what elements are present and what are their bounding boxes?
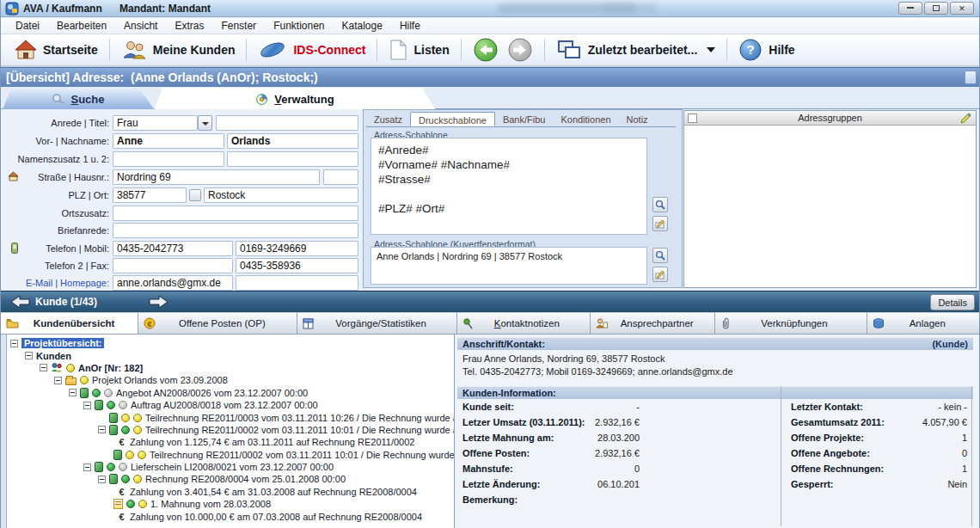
tab-suche[interactable]: Suche [3, 89, 154, 109]
tree-item-anor[interactable]: AnOr [Nr: 182] [7, 362, 454, 374]
tab-anlagen[interactable]: Anlagen [867, 312, 979, 334]
menu-item-hilfe[interactable]: Hilfe [392, 19, 428, 33]
mobil-input[interactable] [236, 241, 358, 256]
menu-item-datei[interactable]: Datei [8, 19, 47, 33]
tree-item-auftrag[interactable]: Auftrag AU2008/0018 vom 23.12.2007 00:00 [7, 399, 454, 411]
close-icon: ✕ [959, 4, 965, 13]
edit-pencil-icon[interactable] [959, 112, 972, 125]
telefon-input[interactable] [113, 241, 233, 256]
tab-bank-fibu[interactable]: Bank/Fibu [495, 112, 554, 126]
tree-item-teilrechnung[interactable]: Teilrechnung RE2011/0002 vom 03.11.2011 … [7, 424, 454, 436]
zuletzt-bearbeitet-button[interactable]: Zuletzt bearbeitet... [548, 36, 725, 64]
contact-person-icon [596, 318, 608, 328]
telefon2-input[interactable] [113, 258, 233, 273]
tab-konditionen[interactable]: Konditionen [553, 112, 618, 126]
kuvert-preview-button[interactable] [652, 248, 668, 263]
header-end-button[interactable] [965, 71, 977, 84]
ort-input[interactable] [204, 187, 358, 203]
status-dot-gray [104, 389, 113, 397]
tree-item-zahlung[interactable]: € Zahlung von 1.125,74 € am 03.11.2011 a… [7, 436, 454, 448]
tree-item-angebot[interactable]: Angebot AN2008/0026 vom 23.12.2007 00:00 [7, 387, 454, 399]
adressgruppen-list[interactable] [684, 126, 976, 287]
kuvert-schablone-box[interactable]: Anne Orlands | Nordring 69 | 38577 Rosto… [371, 247, 647, 285]
tree-item-lieferschein[interactable]: Lieferschein LI2008/0021 vom 23.12.2007 … [7, 461, 454, 473]
startseite-button[interactable]: Startseite [6, 36, 107, 64]
tab-kundenuebersicht[interactable]: Kundenübersicht [1, 312, 138, 334]
collapse-icon[interactable] [83, 464, 91, 471]
fax-input[interactable] [236, 258, 358, 273]
anrede-input[interactable] [113, 115, 198, 131]
menu-item-ansicht[interactable]: Ansicht [116, 19, 165, 33]
info-row: Bemerkung: [462, 494, 640, 510]
tree-item-zahlung[interactable]: € Zahlung von 3.401,54 € am 31.03.2008 a… [7, 486, 454, 498]
meine-kunden-button[interactable]: Meine Kunden [113, 36, 244, 64]
collapse-icon[interactable] [98, 476, 106, 483]
tab-notiz[interactable]: Notiz [619, 112, 656, 126]
collapse-icon[interactable] [25, 352, 33, 359]
hilfe-button[interactable]: ? Hilfe [730, 35, 803, 64]
collapse-icon[interactable] [83, 402, 91, 409]
ids-connect-button[interactable]: IDS-Connect [249, 37, 374, 63]
menu-item-extras[interactable]: Extras [167, 19, 211, 33]
namenszusatz2-input[interactable] [227, 151, 358, 167]
titel-input[interactable] [216, 115, 358, 131]
schablone-preview-button[interactable] [652, 197, 668, 212]
tree-item-label: Kunden [36, 351, 71, 361]
minimize-button[interactable] [898, 2, 922, 15]
close-button[interactable]: ✕ [950, 2, 974, 15]
plz-lookup-button[interactable] [189, 189, 201, 201]
tree-item-kunden[interactable]: Kunden [7, 349, 454, 361]
collapse-icon[interactable] [10, 340, 18, 347]
plz-input[interactable] [113, 187, 187, 203]
next-customer-icon[interactable] [149, 295, 169, 309]
nachname-input[interactable] [227, 133, 358, 149]
collapse-icon[interactable] [40, 364, 47, 371]
status-dot-green [92, 389, 101, 397]
back-button[interactable] [464, 34, 507, 65]
namenszusatz1-input[interactable] [113, 151, 224, 167]
menu-item-kataloge[interactable]: Kataloge [334, 19, 390, 33]
details-button[interactable]: Details [930, 294, 975, 310]
kuvert-edit-button[interactable] [652, 267, 668, 282]
tree-item-projektuebersicht[interactable]: Projektübersicht: [7, 337, 454, 349]
tree-item-label: Angebot AN2008/0026 vom 23.12.2007 00:00 [116, 388, 308, 398]
menu-item-fenster[interactable]: Fenster [213, 19, 264, 33]
splitter-strip[interactable] [1, 335, 7, 528]
tree-item-teilrechnung[interactable]: Teilrechnung RE2011/0003 vom 03.11.2011 … [7, 411, 454, 423]
briefanrede-input[interactable] [113, 223, 358, 238]
forward-button[interactable] [507, 34, 542, 65]
tab-ansprechpartner[interactable]: Ansprechpartner [591, 312, 715, 334]
schablone-edit-button[interactable] [652, 216, 668, 231]
strasse-input[interactable] [113, 169, 320, 185]
tree-item-rechnung[interactable]: Rechnung RE2008/0004 vom 25.01.2008 00:0… [7, 473, 454, 485]
hausnr-input[interactable] [323, 169, 358, 185]
tree-item-zahlung[interactable]: € Zahlung von 10.000,00 € am 07.03.2008 … [7, 510, 454, 522]
collapse-icon[interactable] [98, 426, 106, 433]
adress-schablone-box[interactable]: #Anrede# #Vorname# #Nachname# #Strasse# … [371, 138, 647, 235]
homepage-input[interactable] [236, 275, 358, 291]
anrede-dropdown-button[interactable] [198, 115, 212, 131]
email-homepage-label[interactable]: E-Mail | Homepage: [1, 278, 109, 288]
tab-druckschablone[interactable]: Druckschablone [410, 112, 495, 126]
status-dot-gray [119, 463, 127, 471]
menu-item-funktionen[interactable]: Funktionen [266, 19, 332, 33]
tab-zusatz[interactable]: Zusatz [366, 112, 410, 126]
tree-item-mahnung[interactable]: 1. Mahnung vom 28.03.2008 [7, 498, 454, 510]
ortszusatz-input[interactable] [113, 206, 358, 221]
tab-vorgaenge-statistiken[interactable]: Vorgänge/Statistiken [297, 312, 456, 334]
vorname-input[interactable] [113, 133, 224, 149]
tab-verknuepfungen[interactable]: Verknüpfungen [715, 312, 867, 334]
listen-button[interactable]: Listen [380, 36, 457, 64]
email-input[interactable] [113, 275, 233, 291]
maximize-button[interactable] [924, 2, 948, 15]
collapse-icon[interactable] [54, 377, 62, 384]
tab-offene-posten[interactable]: € Offene Posten (OP) [138, 312, 297, 334]
previous-customer-icon[interactable] [9, 295, 30, 309]
tab-verwaltung[interactable]: Verwaltung [154, 88, 436, 110]
tab-kontaktnotizen[interactable]: Kontaktnotizen [457, 312, 591, 334]
info-value: 4.057,90 € [922, 417, 967, 427]
tree-item-projekt[interactable]: Projekt Orlands vom 23.09.2008 [7, 374, 454, 386]
tree-item-teilrechnung[interactable]: Teilrechnung RE2011/0002 vom 03.11.2011 … [7, 449, 454, 461]
collapse-icon[interactable] [69, 389, 77, 396]
menu-item-bearbeiten[interactable]: Bearbeiten [49, 19, 114, 33]
